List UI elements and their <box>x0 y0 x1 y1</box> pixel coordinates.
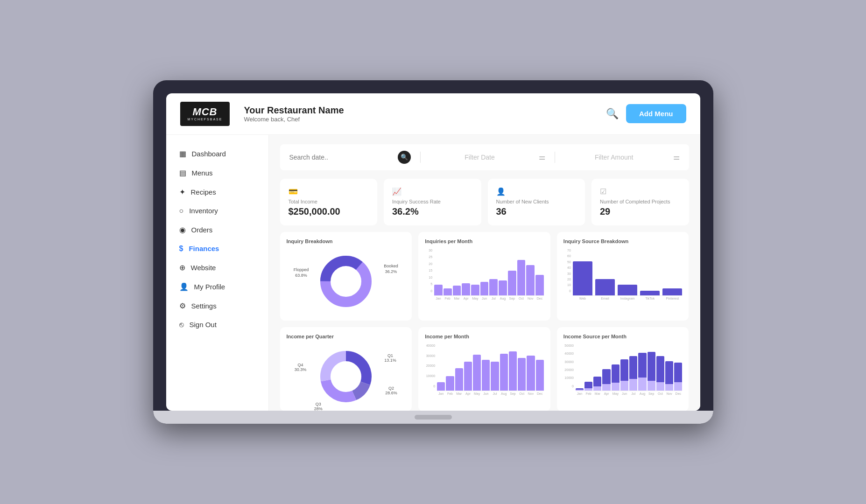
bar-col <box>517 260 526 295</box>
sidebar-label-dashboard: Dashboard <box>192 150 226 158</box>
income-per-month-title: Income per Month <box>425 334 544 339</box>
light-segment <box>576 390 584 391</box>
restaurant-name: Your Restaurant Name <box>244 105 597 116</box>
ispm-x-label: Dec <box>674 392 682 395</box>
light-segment <box>584 388 592 391</box>
profile-icon: 👤 <box>179 282 189 291</box>
light-segment <box>648 381 655 391</box>
income-label: Total Income <box>289 199 369 204</box>
search-icon-button[interactable]: 🔍 <box>606 108 619 120</box>
sign-out-icon: ⎋ <box>179 321 184 329</box>
dark-segment <box>638 353 646 378</box>
light-segment <box>612 383 620 391</box>
bar-col <box>464 362 472 391</box>
sidebar-item-sign-out[interactable]: ⎋ Sign Out <box>166 315 268 334</box>
sidebar-item-finances[interactable]: $ Finances <box>166 239 268 258</box>
inquiry-breakdown-title: Inquiry Breakdown <box>287 238 406 244</box>
sidebar-label-recipes: Recipes <box>191 188 216 196</box>
stacked-col <box>638 350 646 391</box>
q2-pct: 28.6% <box>385 391 397 395</box>
sidebar-item-menus[interactable]: ▤ Menus <box>166 163 268 182</box>
source-x-label: Web <box>573 297 592 300</box>
bar-x-label: Mar <box>453 297 461 300</box>
ispm-x-label: May <box>612 392 620 395</box>
dark-segment <box>620 359 628 381</box>
bar-col <box>482 360 490 391</box>
dark-segment <box>593 377 601 386</box>
q4-pct: 30.3% <box>295 367 307 372</box>
inquiry-source-title: Inquiry Source Breakdown <box>563 238 683 244</box>
income-per-quarter-title: Income per Quarter <box>287 334 406 339</box>
bar-col <box>446 376 454 391</box>
light-segment <box>620 381 628 391</box>
ispm-x-label: Jan <box>576 392 584 395</box>
sidebar-item-inventory[interactable]: ○ Inventory <box>166 202 268 220</box>
sidebar-item-my-profile[interactable]: 👤 My Profile <box>166 277 268 296</box>
light-segment <box>638 378 646 391</box>
bar-col <box>536 360 544 391</box>
dark-segment <box>612 364 620 383</box>
add-menu-button[interactable]: Add Menu <box>626 104 686 123</box>
bar-col <box>434 285 443 295</box>
completed-value: 29 <box>600 206 681 217</box>
inquiry-rate-icon: 📈 <box>392 187 473 196</box>
new-clients-value: 36 <box>496 206 577 217</box>
filter-bar: 🔍 Filter Date ⚌ Filter Amount ⚌ <box>280 144 689 170</box>
source-x-label: Instagram <box>618 297 637 300</box>
source-bar <box>595 279 615 295</box>
filter-date-icon[interactable]: ⚌ <box>539 153 545 161</box>
bar-x-label: Jun <box>482 392 490 395</box>
header: MCB MYCHEFSBASE Your Restaurant Name Wel… <box>166 93 700 135</box>
dark-segment <box>602 369 610 384</box>
stacked-col <box>576 350 584 391</box>
bar-col <box>508 271 516 295</box>
bar-col <box>518 358 526 391</box>
sidebar-item-website[interactable]: ⊕ Website <box>166 258 268 277</box>
bar-x-label: Nov <box>526 297 535 300</box>
sidebar-item-dashboard[interactable]: ▦ Dashboard <box>166 144 268 163</box>
stacked-col <box>665 350 673 391</box>
dark-segment <box>674 363 682 382</box>
stacked-col <box>648 350 655 391</box>
sidebar-item-orders[interactable]: ◉ Orders <box>166 220 268 239</box>
sidebar-item-recipes[interactable]: ✦ Recipes <box>166 182 268 202</box>
sidebar-label-my-profile: My Profile <box>194 283 225 291</box>
stacked-col <box>620 350 628 391</box>
stacked-col <box>612 350 620 391</box>
welcome-text: Welcome back, Chef <box>244 116 597 123</box>
bar-col <box>509 351 517 391</box>
sidebar-label-settings: Settings <box>191 302 217 310</box>
dark-segment <box>656 356 664 382</box>
search-date-input[interactable] <box>289 154 389 161</box>
new-clients-label: Number of New Clients <box>496 199 577 204</box>
main-content: 🔍 Filter Date ⚌ Filter Amount ⚌ 💳 Total … <box>269 135 700 411</box>
bar-x-label: Feb <box>446 392 454 395</box>
filter-divider-1 <box>420 152 421 163</box>
q1-pct: 13.1% <box>384 358 396 363</box>
bar-col <box>500 354 508 391</box>
header-actions: 🔍 Add Menu <box>606 104 686 123</box>
filter-amount-icon[interactable]: ⚌ <box>673 153 680 161</box>
dark-segment <box>629 356 637 379</box>
bar-x-label: Feb <box>444 297 452 300</box>
filter-amount-label: Filter Amount <box>564 154 664 161</box>
stat-card-inquiry-rate: 📈 Inquiry Success Rate 36.2% <box>384 179 481 225</box>
bar-x-label: Oct <box>517 297 526 300</box>
q1-label: Q1 <box>384 353 396 358</box>
filter-date-label: Filter Date <box>430 154 529 161</box>
inquiry-rate-value: 36.2% <box>392 206 473 217</box>
header-title: Your Restaurant Name Welcome back, Chef <box>239 105 597 123</box>
recipes-icon: ✦ <box>179 188 185 196</box>
sidebar-item-settings[interactable]: ⚙ Settings <box>166 296 268 315</box>
charts-row-2: Income per Quarter <box>280 327 689 411</box>
sidebar: ▦ Dashboard ▤ Menus ✦ Recipes ○ Inventor… <box>166 135 269 411</box>
filter-search-icon-button[interactable]: 🔍 <box>398 151 411 164</box>
stacked-col <box>674 350 682 391</box>
ispm-x-label: Mar <box>593 392 601 395</box>
dashboard-icon: ▦ <box>179 149 186 158</box>
flopped-pct: 63.8% <box>294 273 309 279</box>
inquiry-rate-label: Inquiry Success Rate <box>392 199 473 204</box>
booked-pct: 36.2% <box>384 269 398 275</box>
sidebar-label-orders: Orders <box>191 226 213 234</box>
stat-card-income: 💳 Total Income $250,000.00 <box>280 179 378 225</box>
